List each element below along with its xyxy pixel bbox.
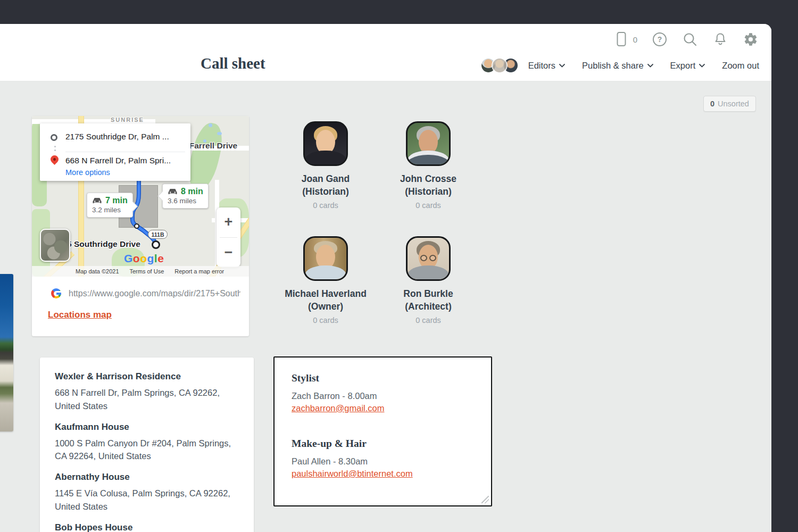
google-logo: Google bbox=[124, 252, 164, 265]
person-photo[interactable] bbox=[406, 121, 451, 166]
terms-of-use-link[interactable]: Terms of Use bbox=[130, 268, 164, 275]
satellite-inset-thumbnail[interactable] bbox=[40, 229, 70, 262]
board-window: Call sheet 0 ? bbox=[0, 24, 771, 532]
location-address: 1145 E Vía Colusa, Palm Springs, CA 9226… bbox=[55, 487, 239, 513]
person-name: Ron Burkle(Architect) bbox=[375, 288, 481, 313]
map-card-footer: https://www.google.com/maps/dir/2175+Sou… bbox=[32, 277, 249, 336]
chevron-down-icon bbox=[559, 64, 565, 68]
route-time: 8 min bbox=[181, 187, 203, 196]
image-card-house-photo[interactable] bbox=[0, 274, 13, 431]
map-zoom-control: + − bbox=[217, 207, 240, 267]
map-label-sunrise: SUNRISE bbox=[111, 117, 144, 123]
publish-share-menu[interactable]: Publish & share bbox=[582, 61, 653, 71]
person-name: John Crosse(Historian) bbox=[375, 173, 481, 198]
export-menu[interactable]: Export bbox=[670, 61, 705, 71]
schedule-email-link[interactable]: paulshairworld@btinternet.com bbox=[292, 469, 413, 479]
route-distance: 3.6 miles bbox=[168, 197, 203, 205]
avatar[interactable] bbox=[492, 57, 508, 73]
location-title: Bob Hopes House bbox=[55, 522, 239, 532]
person-card-count: 0 cards bbox=[375, 316, 481, 325]
schedule-person: Paul Allen - 8.30am bbox=[292, 456, 474, 467]
schedule-card-selected[interactable]: Stylist Zach Barron - 8.00am zachbarron@… bbox=[273, 356, 492, 506]
person-card-ron-burkle[interactable]: Ron Burkle(Architect) 0 cards bbox=[375, 236, 481, 325]
person-card-john-crosse[interactable]: John Crosse(Historian) 0 cards bbox=[375, 121, 481, 210]
google-favicon bbox=[51, 288, 61, 298]
chevron-down-icon bbox=[647, 64, 653, 68]
location-address: 1000 S Palm Canyon Dr #204, Palm Springs… bbox=[55, 437, 239, 463]
divider bbox=[65, 152, 185, 152]
locations-list-card[interactable]: Wexler & Harrison Residence 668 N Farrel… bbox=[40, 358, 254, 532]
person-card-count: 0 cards bbox=[272, 316, 379, 325]
device-count: 0 bbox=[633, 35, 637, 44]
editor-avatars[interactable] bbox=[480, 57, 519, 73]
location-title: Abernathy House bbox=[55, 472, 239, 483]
destination-pin-icon bbox=[49, 154, 60, 165]
unsorted-badge[interactable]: 0 Unsorted bbox=[703, 96, 756, 112]
unsorted-label: Unsorted bbox=[718, 99, 749, 108]
resize-handle[interactable] bbox=[481, 496, 489, 503]
map-label-southridge: 5 Southridge Drive bbox=[67, 239, 140, 249]
chevron-down-icon bbox=[699, 64, 705, 68]
person-card-count: 0 cards bbox=[272, 201, 379, 210]
person-name: Joan Gand(Historian) bbox=[272, 173, 379, 198]
header-nav: Editors Publish & share Export Zoom out bbox=[480, 57, 759, 73]
person-card-michael-haverland[interactable]: Michael Haverland(Owner) 0 cards bbox=[272, 236, 379, 325]
route-distance: 3.2 miles bbox=[92, 206, 128, 214]
schedule-section: Stylist Zach Barron - 8.00am zachbarron@… bbox=[292, 372, 474, 413]
google-map[interactable]: SUNRISE n Farrell Drive 5 Southridge Dri… bbox=[32, 116, 249, 277]
person-photo[interactable] bbox=[303, 121, 348, 166]
origin-marker-icon bbox=[51, 134, 57, 141]
zoom-out-button[interactable]: Zoom out bbox=[722, 61, 759, 71]
route-option-8min[interactable]: 8 min 3.6 miles bbox=[162, 184, 209, 209]
report-map-error-link[interactable]: Report a map error bbox=[174, 268, 224, 275]
locations-map-card[interactable]: SUNRISE n Farrell Drive 5 Southridge Dri… bbox=[32, 116, 249, 336]
more-options-link[interactable]: More options bbox=[65, 168, 110, 177]
help-icon[interactable]: ? bbox=[652, 31, 668, 47]
car-icon bbox=[168, 188, 178, 195]
search-icon[interactable] bbox=[682, 31, 698, 47]
editors-menu[interactable]: Editors bbox=[528, 61, 565, 71]
location-title: Wexler & Harrison Residence bbox=[55, 371, 239, 382]
route-option-7min[interactable]: 7 min 3.2 miles bbox=[87, 193, 133, 218]
map-zoom-out-button[interactable]: − bbox=[217, 238, 240, 268]
person-name: Michael Haverland(Owner) bbox=[272, 288, 379, 313]
schedule-section: Make-up & Hair Paul Allen - 8.30am pauls… bbox=[292, 438, 474, 479]
directions-destination: 668 N Farrell Dr, Palm Spri... bbox=[65, 156, 187, 165]
schedule-email-link[interactable]: zachbarron@gmail.com bbox=[292, 403, 384, 413]
settings-gear-icon[interactable] bbox=[743, 31, 759, 47]
mobile-device-icon[interactable] bbox=[613, 31, 629, 47]
board-canvas[interactable]: 0 Unsorted bbox=[0, 81, 771, 532]
person-photo[interactable] bbox=[303, 236, 348, 281]
unsorted-count: 0 bbox=[710, 99, 714, 108]
route-dots bbox=[54, 146, 56, 147]
svg-text:?: ? bbox=[658, 35, 662, 44]
page-title: Call sheet bbox=[201, 55, 265, 72]
route-time: 7 min bbox=[105, 196, 128, 205]
location-address: 668 N Farrell Dr, Palm Springs, CA 92262… bbox=[55, 386, 239, 413]
notifications-bell-icon[interactable] bbox=[712, 31, 728, 47]
map-data-label: Map data ©2021 bbox=[76, 268, 119, 275]
directions-origin: 2175 Southridge Dr, Palm ... bbox=[65, 132, 187, 142]
map-url: https://www.google.com/maps/dir/2175+Sou… bbox=[69, 289, 240, 298]
map-url-row: https://www.google.com/maps/dir/2175+Sou… bbox=[51, 288, 240, 298]
person-photo[interactable] bbox=[406, 236, 451, 281]
person-card-count: 0 cards bbox=[375, 201, 481, 210]
schedule-heading: Make-up & Hair bbox=[292, 438, 474, 450]
board-header: Call sheet 0 ? bbox=[0, 24, 771, 81]
map-attribution: Map data ©2021 Terms of Use Report a map… bbox=[32, 266, 249, 277]
directions-panel: 2175 Southridge Dr, Palm ... 668 N Farre… bbox=[40, 123, 190, 181]
schedule-heading: Stylist bbox=[292, 372, 474, 384]
location-title: Kaufmann House bbox=[55, 422, 239, 433]
car-icon bbox=[92, 197, 102, 204]
schedule-person: Zach Barron - 8.00am bbox=[292, 391, 474, 401]
route-shield-111b: 111B bbox=[148, 230, 168, 239]
locations-map-link[interactable]: Locations map bbox=[48, 310, 112, 320]
top-icon-row: 0 ? bbox=[613, 31, 759, 47]
map-zoom-in-button[interactable]: + bbox=[217, 207, 240, 237]
person-card-joan-gand[interactable]: Joan Gand(Historian) 0 cards bbox=[272, 121, 379, 210]
